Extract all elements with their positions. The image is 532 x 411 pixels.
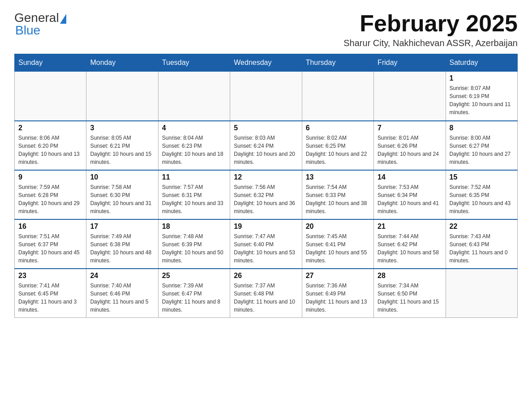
day-number: 13 xyxy=(306,173,370,181)
calendar-cell: 10Sunrise: 7:58 AMSunset: 6:30 PMDayligh… xyxy=(86,170,158,219)
day-number: 20 xyxy=(306,223,370,231)
day-number: 12 xyxy=(234,173,298,181)
weekday-header-sunday: Sunday xyxy=(15,54,86,72)
calendar-cell: 6Sunrise: 8:02 AMSunset: 6:25 PMDaylight… xyxy=(302,121,373,170)
day-info: Sunrise: 8:05 AMSunset: 6:21 PMDaylight:… xyxy=(90,134,154,166)
calendar-cell xyxy=(302,72,373,121)
day-info: Sunrise: 7:36 AMSunset: 6:49 PMDaylight:… xyxy=(306,282,370,314)
calendar-cell: 2Sunrise: 8:06 AMSunset: 6:20 PMDaylight… xyxy=(15,121,86,170)
day-number: 9 xyxy=(18,173,82,181)
title-block: February 2025 Sharur City, Nakhichevan A… xyxy=(343,11,518,48)
day-info: Sunrise: 7:52 AMSunset: 6:35 PMDaylight:… xyxy=(450,183,514,215)
calendar-cell xyxy=(86,72,158,121)
calendar-cell: 12Sunrise: 7:56 AMSunset: 6:32 PMDayligh… xyxy=(230,170,302,219)
calendar-cell xyxy=(230,72,302,121)
calendar-week-row: 1Sunrise: 8:07 AMSunset: 6:19 PMDaylight… xyxy=(15,72,518,121)
day-number: 4 xyxy=(162,124,226,132)
calendar-cell: 13Sunrise: 7:54 AMSunset: 6:33 PMDayligh… xyxy=(302,170,373,219)
day-info: Sunrise: 7:37 AMSunset: 6:48 PMDaylight:… xyxy=(234,282,298,314)
calendar-cell xyxy=(15,72,86,121)
day-info: Sunrise: 8:01 AMSunset: 6:26 PMDaylight:… xyxy=(378,134,442,166)
logo-blue-text: Blue xyxy=(15,23,40,37)
day-number: 26 xyxy=(234,272,298,280)
calendar-cell: 28Sunrise: 7:34 AMSunset: 6:50 PMDayligh… xyxy=(374,269,446,318)
day-info: Sunrise: 8:06 AMSunset: 6:20 PMDaylight:… xyxy=(18,134,82,166)
calendar-cell: 3Sunrise: 8:05 AMSunset: 6:21 PMDaylight… xyxy=(86,121,158,170)
day-info: Sunrise: 7:58 AMSunset: 6:30 PMDaylight:… xyxy=(90,183,154,215)
day-info: Sunrise: 7:51 AMSunset: 6:37 PMDaylight:… xyxy=(18,232,82,265)
day-info: Sunrise: 7:56 AMSunset: 6:32 PMDaylight:… xyxy=(234,183,298,215)
calendar-cell xyxy=(158,72,230,121)
calendar-cell: 25Sunrise: 7:39 AMSunset: 6:47 PMDayligh… xyxy=(158,269,230,318)
calendar-week-row: 16Sunrise: 7:51 AMSunset: 6:37 PMDayligh… xyxy=(15,219,518,269)
day-info: Sunrise: 8:00 AMSunset: 6:27 PMDaylight:… xyxy=(450,134,514,166)
month-title: February 2025 xyxy=(343,11,518,36)
day-info: Sunrise: 7:40 AMSunset: 6:46 PMDaylight:… xyxy=(90,282,154,314)
day-number: 5 xyxy=(234,124,298,132)
calendar-table: SundayMondayTuesdayWednesdayThursdayFrid… xyxy=(14,54,518,318)
day-number: 24 xyxy=(90,272,154,280)
day-info: Sunrise: 7:57 AMSunset: 6:31 PMDaylight:… xyxy=(162,183,226,215)
page-header: General Blue February 2025 Sharur City, … xyxy=(14,11,518,48)
calendar-cell: 18Sunrise: 7:48 AMSunset: 6:39 PMDayligh… xyxy=(158,219,230,269)
calendar-week-row: 23Sunrise: 7:41 AMSunset: 6:45 PMDayligh… xyxy=(15,269,518,318)
calendar-cell xyxy=(374,72,446,121)
day-info: Sunrise: 7:34 AMSunset: 6:50 PMDaylight:… xyxy=(378,282,442,314)
weekday-header-friday: Friday xyxy=(374,54,446,72)
day-info: Sunrise: 8:07 AMSunset: 6:19 PMDaylight:… xyxy=(450,84,514,116)
day-info: Sunrise: 7:44 AMSunset: 6:42 PMDaylight:… xyxy=(378,232,442,265)
logo: General Blue xyxy=(14,11,66,38)
weekday-header-wednesday: Wednesday xyxy=(230,54,302,72)
calendar-cell: 1Sunrise: 8:07 AMSunset: 6:19 PMDaylight… xyxy=(446,72,517,121)
location-title: Sharur City, Nakhichevan ASSR, Azerbaija… xyxy=(343,38,518,48)
calendar-cell: 19Sunrise: 7:47 AMSunset: 6:40 PMDayligh… xyxy=(230,219,302,269)
day-info: Sunrise: 7:54 AMSunset: 6:33 PMDaylight:… xyxy=(306,183,370,215)
day-info: Sunrise: 7:43 AMSunset: 6:43 PMDaylight:… xyxy=(450,232,514,265)
weekday-header-saturday: Saturday xyxy=(446,54,517,72)
calendar-cell: 8Sunrise: 8:00 AMSunset: 6:27 PMDaylight… xyxy=(446,121,517,170)
calendar-cell: 23Sunrise: 7:41 AMSunset: 6:45 PMDayligh… xyxy=(15,269,86,318)
calendar-cell: 5Sunrise: 8:03 AMSunset: 6:24 PMDaylight… xyxy=(230,121,302,170)
calendar-cell: 15Sunrise: 7:52 AMSunset: 6:35 PMDayligh… xyxy=(446,170,517,219)
calendar-cell: 21Sunrise: 7:44 AMSunset: 6:42 PMDayligh… xyxy=(374,219,446,269)
day-info: Sunrise: 7:48 AMSunset: 6:39 PMDaylight:… xyxy=(162,232,226,265)
weekday-header-thursday: Thursday xyxy=(302,54,373,72)
calendar-cell: 22Sunrise: 7:43 AMSunset: 6:43 PMDayligh… xyxy=(446,219,517,269)
day-number: 21 xyxy=(378,223,442,231)
day-number: 6 xyxy=(306,124,370,132)
day-info: Sunrise: 8:03 AMSunset: 6:24 PMDaylight:… xyxy=(234,134,298,166)
calendar-cell: 20Sunrise: 7:45 AMSunset: 6:41 PMDayligh… xyxy=(302,219,373,269)
weekday-header-monday: Monday xyxy=(86,54,158,72)
weekday-header-tuesday: Tuesday xyxy=(158,54,230,72)
calendar-cell: 16Sunrise: 7:51 AMSunset: 6:37 PMDayligh… xyxy=(15,219,86,269)
logo-triangle-icon xyxy=(60,14,66,24)
calendar-cell: 26Sunrise: 7:37 AMSunset: 6:48 PMDayligh… xyxy=(230,269,302,318)
calendar-cell: 17Sunrise: 7:49 AMSunset: 6:38 PMDayligh… xyxy=(86,219,158,269)
day-info: Sunrise: 7:39 AMSunset: 6:47 PMDaylight:… xyxy=(162,282,226,314)
day-number: 11 xyxy=(162,173,226,181)
day-info: Sunrise: 8:02 AMSunset: 6:25 PMDaylight:… xyxy=(306,134,370,166)
day-number: 23 xyxy=(18,272,82,280)
calendar-week-row: 9Sunrise: 7:59 AMSunset: 6:28 PMDaylight… xyxy=(15,170,518,219)
day-number: 3 xyxy=(90,124,154,132)
calendar-cell: 9Sunrise: 7:59 AMSunset: 6:28 PMDaylight… xyxy=(15,170,86,219)
calendar-cell: 11Sunrise: 7:57 AMSunset: 6:31 PMDayligh… xyxy=(158,170,230,219)
day-number: 8 xyxy=(450,124,514,132)
calendar-cell: 4Sunrise: 8:04 AMSunset: 6:23 PMDaylight… xyxy=(158,121,230,170)
day-info: Sunrise: 7:59 AMSunset: 6:28 PMDaylight:… xyxy=(18,183,82,215)
day-number: 14 xyxy=(378,173,442,181)
day-number: 2 xyxy=(18,124,82,132)
day-number: 22 xyxy=(450,223,514,231)
day-number: 19 xyxy=(234,223,298,231)
day-number: 25 xyxy=(162,272,226,280)
day-number: 27 xyxy=(306,272,370,280)
calendar-cell: 24Sunrise: 7:40 AMSunset: 6:46 PMDayligh… xyxy=(86,269,158,318)
weekday-header-row: SundayMondayTuesdayWednesdayThursdayFrid… xyxy=(15,54,518,72)
day-number: 7 xyxy=(378,124,442,132)
day-number: 10 xyxy=(90,173,154,181)
day-info: Sunrise: 7:45 AMSunset: 6:41 PMDaylight:… xyxy=(306,232,370,265)
calendar-cell xyxy=(446,269,517,318)
day-number: 28 xyxy=(378,272,442,280)
calendar-cell: 7Sunrise: 8:01 AMSunset: 6:26 PMDaylight… xyxy=(374,121,446,170)
day-info: Sunrise: 7:53 AMSunset: 6:34 PMDaylight:… xyxy=(378,183,442,215)
